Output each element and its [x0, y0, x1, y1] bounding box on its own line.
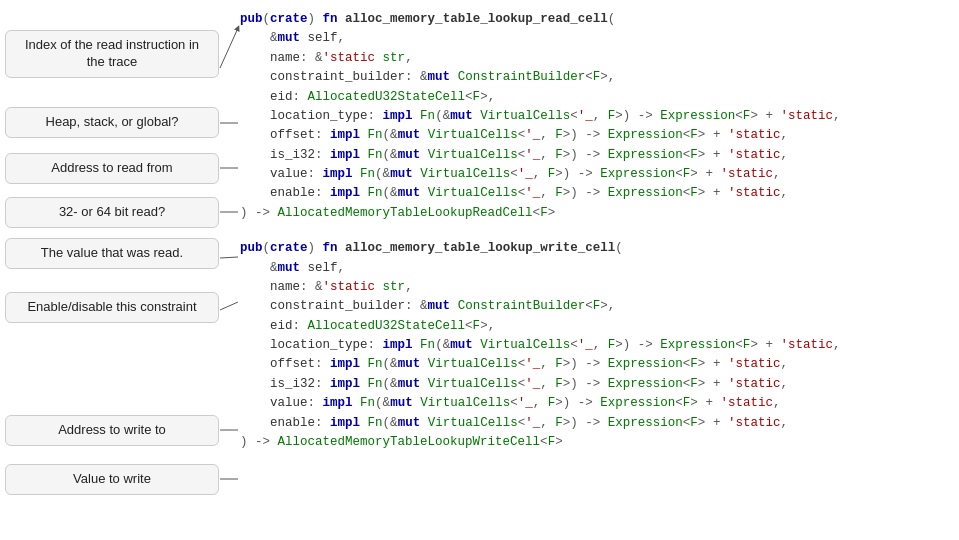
code-line-r3: constraint_builder: &mut ConstraintBuild… — [240, 68, 951, 87]
code-line-r8: value: impl Fn(&mut VirtualCells<'_, F>)… — [240, 165, 951, 184]
ann-enable: Enable/disable this constraint — [5, 292, 219, 323]
code-line-w8: value: impl Fn(&mut VirtualCells<'_, F>)… — [240, 394, 951, 413]
ann-address-read: Address to read from — [5, 153, 219, 184]
code-line-r2: name: &'static str, — [240, 49, 951, 68]
code-line-r1: &mut self, — [240, 29, 951, 48]
ann-index: Index of the read instruction in the tra… — [5, 30, 219, 78]
code-line-r7: is_i32: impl Fn(&mut VirtualCells<'_, F>… — [240, 146, 951, 165]
code-line-w10: ) -> AllocatedMemoryTableLookupWriteCell… — [240, 433, 951, 452]
code-line-r9: enable: impl Fn(&mut VirtualCells<'_, F>… — [240, 184, 951, 203]
code-line-r4: eid: AllocatedU32StateCell<F>, — [240, 88, 951, 107]
ann-value-write: Value to write — [5, 464, 219, 495]
ann-32-64: 32- or 64 bit read? — [5, 197, 219, 228]
code-line-sig1: pub(crate) fn alloc_memory_table_lookup_… — [240, 10, 951, 29]
code-line-w4: eid: AllocatedU32StateCell<F>, — [240, 317, 951, 336]
code-line-w9: enable: impl Fn(&mut VirtualCells<'_, F>… — [240, 414, 951, 433]
code-line-w2: name: &'static str, — [240, 278, 951, 297]
code-line-w3: constraint_builder: &mut ConstraintBuild… — [240, 297, 951, 316]
code-spacer — [240, 225, 951, 239]
code-block-write: pub(crate) fn alloc_memory_table_lookup_… — [240, 239, 951, 452]
code-line-w7: is_i32: impl Fn(&mut VirtualCells<'_, F>… — [240, 375, 951, 394]
ann-heap: Heap, stack, or global? — [5, 107, 219, 138]
code-line-w6: offset: impl Fn(&mut VirtualCells<'_, F>… — [240, 355, 951, 374]
code-line-r6: offset: impl Fn(&mut VirtualCells<'_, F>… — [240, 126, 951, 145]
code-line-w5: location_type: impl Fn(&mut VirtualCells… — [240, 336, 951, 355]
code-line-r5: location_type: impl Fn(&mut VirtualCells… — [240, 107, 951, 126]
ann-address-write: Address to write to — [5, 415, 219, 446]
code-panel: pub(crate) fn alloc_memory_table_lookup_… — [230, 0, 959, 540]
main-container: Index of the read instruction in the tra… — [0, 0, 959, 540]
ann-value-read: The value that was read. — [5, 238, 219, 269]
annotations-panel: Index of the read instruction in the tra… — [0, 0, 230, 540]
code-line-w1: &mut self, — [240, 259, 951, 278]
code-block-read: pub(crate) fn alloc_memory_table_lookup_… — [240, 10, 951, 223]
code-line-sig2: pub(crate) fn alloc_memory_table_lookup_… — [240, 239, 951, 258]
code-line-r10: ) -> AllocatedMemoryTableLookupReadCell<… — [240, 204, 951, 223]
